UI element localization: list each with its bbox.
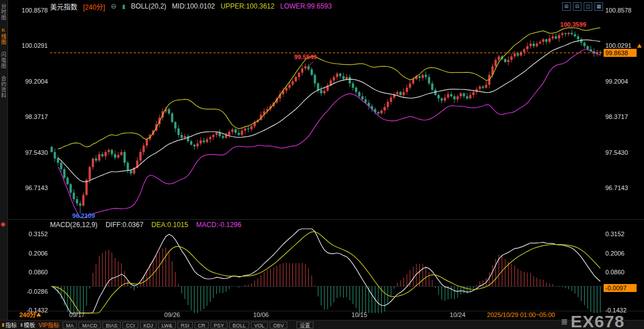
boll-indicator-icon: ▮ [122, 3, 126, 10]
settings-button[interactable]: 设置 [296, 322, 313, 328]
left-sidebar: 分时图 K线图 闪电图 合约资料 ◉ [0, 0, 8, 329]
svg-text:-0.0097: -0.0097 [605, 285, 626, 291]
layout-grid-icon[interactable]: ▦ [595, 2, 603, 11]
svg-text:10/15: 10/15 [352, 311, 368, 318]
svg-text:09/26: 09/26 [164, 311, 180, 318]
boll-label: BOLL(20,2) [131, 2, 166, 10]
toolbar-tab-indicators[interactable]: ▮ 指标 [2, 320, 16, 329]
templates-tab-label: 模板 [24, 320, 35, 329]
sidebar-tab-time-chart[interactable]: 分时图 [0, 3, 7, 20]
svg-text:99.5549: 99.5549 [294, 54, 317, 60]
price-axis-labels: 100.8578100.8578100.0291100.029199.20049… [22, 7, 631, 191]
macd-hist-value: MACD:-0.1296 [196, 221, 241, 229]
layout-single-icon[interactable]: ⊟ [573, 2, 581, 11]
svg-text:10/06: 10/06 [253, 311, 269, 318]
macd-dea-value: DEA:0.1015 [151, 221, 188, 229]
svg-text:100.0291: 100.0291 [22, 42, 48, 49]
period-label[interactable]: [240分] [83, 2, 105, 11]
svg-text:0.3152: 0.3152 [605, 231, 625, 237]
indicator-button-VOL[interactable]: VOL [251, 322, 268, 328]
svg-text:0.3152: 0.3152 [28, 231, 48, 237]
toolbar-tab-vip-indicators[interactable]: VIP指标 [39, 320, 59, 329]
symbol-title: 美元指数 [50, 2, 77, 11]
templates-tab-marker-icon: ▮ [20, 322, 22, 327]
layout-split-icon[interactable]: ◫ [584, 2, 592, 11]
boll-mid-line [58, 40, 600, 182]
svg-text:0.0860: 0.0860 [28, 269, 48, 275]
svg-text:96.7143: 96.7143 [605, 184, 628, 191]
indicators-tab-marker-icon: ▮ [2, 322, 4, 327]
macd-label: MACD(26,12,9) [50, 221, 97, 229]
window-controls: ⊞ ⊟ ◫ ▦ [562, 2, 603, 11]
svg-text:0.2006: 0.2006 [605, 250, 625, 257]
svg-text:0.0860: 0.0860 [605, 269, 625, 275]
indicator-button-PSY[interactable]: PSY [210, 322, 228, 328]
svg-text:96.7143: 96.7143 [25, 184, 48, 191]
indicator-buttons: MAMACDBIASCCIKDJLW&RSICRPSYBOLLVOLOBV [63, 322, 287, 328]
boll-lower-line [58, 50, 600, 218]
svg-text:09/17: 09/17 [69, 311, 85, 318]
svg-text:-0.1432: -0.1432 [605, 307, 626, 314]
svg-text:0.2006: 0.2006 [28, 250, 48, 257]
svg-text:98.3717: 98.3717 [605, 113, 628, 120]
candlesticks [51, 30, 601, 209]
zoom-out-icon[interactable]: ⊖ [111, 2, 117, 10]
macd-header: MACD(26,12,9) DIFF:0.0367 DEA:0.1015 MAC… [50, 221, 241, 229]
indicator-button-MA[interactable]: MA [63, 322, 77, 328]
svg-text:100.3599: 100.3599 [560, 21, 587, 28]
svg-text:96.2109: 96.2109 [72, 212, 95, 219]
expand-icon[interactable]: ⊞ [562, 2, 571, 11]
svg-text:100.0291: 100.0291 [605, 42, 631, 49]
svg-text:2025/10/29 01:00~05:00: 2025/10/29 01:00~05:00 [487, 311, 555, 318]
indicator-button-KDJ[interactable]: KDJ [140, 322, 156, 328]
boll-upper-line [58, 28, 600, 149]
indicator-button-RSI[interactable]: RSI [177, 322, 193, 328]
indicator-button-MACD[interactable]: MACD [79, 322, 101, 328]
indicator-button-BOLL[interactable]: BOLL [229, 322, 249, 328]
svg-text:10/24: 10/24 [450, 311, 466, 318]
svg-text:-0.0286: -0.0286 [27, 288, 48, 295]
svg-text:98.3717: 98.3717 [25, 113, 48, 120]
sidebar-tab-contract-info[interactable]: 合约资料 [0, 76, 7, 98]
indicators-tab-label: 指标 [5, 320, 16, 329]
boll-lower-value: LOWER:99.6593 [280, 2, 332, 10]
boll-mid-value: MID:100.0102 [172, 2, 214, 10]
svg-text:99.2004: 99.2004 [25, 78, 48, 85]
indicator-button-OBV[interactable]: OBV [270, 322, 287, 328]
svg-text:99.2004: 99.2004 [605, 78, 628, 85]
price-up-arrow-icon [637, 44, 642, 48]
sidebar-tab-lightning-chart[interactable]: 闪电图 [0, 52, 7, 69]
toolbar-tab-templates[interactable]: ▮ 模板 [20, 320, 35, 329]
svg-text:97.5430: 97.5430 [605, 149, 628, 156]
macd-diff-value: DIFF:0.0367 [105, 221, 143, 229]
sidebar-tab-kline-chart[interactable]: K线图 [0, 27, 7, 45]
svg-text:97.5430: 97.5430 [25, 149, 48, 156]
indicator-button-LW[interactable]: LW& [158, 322, 176, 328]
svg-text:240分: 240分 [19, 311, 36, 318]
indicator-dot-icon[interactable]: ◉ [1, 221, 6, 227]
indicator-button-BIAS[interactable]: BIAS [102, 322, 121, 328]
svg-text:99.8638: 99.8638 [605, 50, 628, 56]
macd-histogram [55, 248, 600, 313]
chart-canvas[interactable]: 100.8578100.8578100.0291100.029199.20049… [0, 0, 644, 329]
boll-upper-value: UPPER:100.3612 [221, 2, 275, 10]
bottom-toolbar: ▮ 指标 ▮ 模板 VIP指标 MAMACDBIASCCIKDJLW&RSICR… [0, 320, 644, 329]
indicator-button-CCI[interactable]: CCI [122, 322, 138, 328]
chart-topbar: 美元指数 [240分] ⊖ ▮ BOLL(20,2) MID:100.0102 … [8, 0, 644, 13]
indicator-button-CR[interactable]: CR [195, 322, 209, 328]
